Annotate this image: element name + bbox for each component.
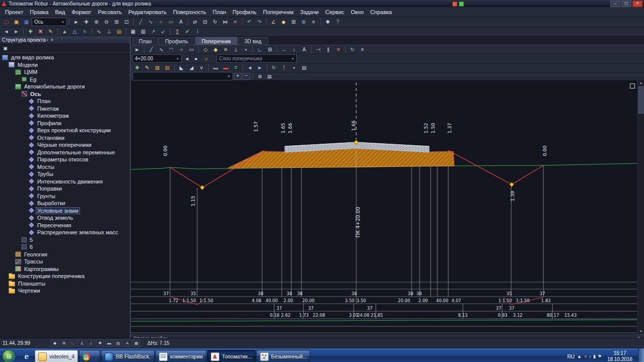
tree-item-29[interactable]: Трассы [0,258,130,265]
topomatic-button[interactable]: Топоматик... [207,350,256,362]
tree-item-24[interactable]: Пересечения [0,222,130,229]
surface-icon[interactable]: ▲ [60,27,69,36]
tree-item-16[interactable]: Мосты [0,163,130,171]
tree-item-9[interactable]: Километраж [0,112,130,120]
annotate-status-icon[interactable]: A [123,339,131,347]
cross-section-icon[interactable]: ⊥ [104,27,114,36]
capture-status-icon[interactable]: ▦ [132,339,140,347]
ortho-status-icon[interactable]: ∟ [69,339,77,347]
tree-item-22[interactable]: Условные знаки [0,207,130,215]
menu-item-8[interactable]: План [210,8,229,16]
layers-icon[interactable]: ≣ [299,18,308,26]
trim-icon[interactable]: ⊣ [313,45,323,54]
paint-button[interactable]: Безымянный... [257,350,310,362]
section-select-combo[interactable]: ▼ [132,72,233,80]
road-model-icon[interactable]: ▤ [114,27,124,36]
pan-icon[interactable]: ✚ [82,18,91,26]
zoom-window-icon[interactable]: ⊞ [112,18,121,26]
tree-item-31[interactable]: Конструкции поперечника [0,273,130,280]
volume-icon[interactable]: ♪ [589,354,591,359]
zoom-extents-icon[interactable]: ⊡ [122,18,131,26]
ditch-icon[interactable]: ∨ [197,63,206,72]
zoom-out-icon[interactable]: ⊖ [102,18,111,26]
hidden-icons-arrow[interactable]: ▲ [577,354,582,359]
close-panel-icon[interactable]: ✕ [49,38,55,42]
prev-picket-icon[interactable]: ◄ [2,27,11,36]
tree-item-20[interactable]: Грунты [0,193,130,200]
scroll-down-icon[interactable]: ▼ [639,329,642,334]
circle-tool-icon[interactable]: ○ [177,45,186,54]
tree-item-10[interactable]: Профили [0,120,130,127]
properties-icon[interactable]: ≡ [309,18,318,26]
import-icon[interactable]: ↙ [158,27,168,36]
tree-item-30[interactable]: Картограммы [0,265,130,273]
print-section-icon[interactable]: ▤ [299,63,309,72]
slope-left-icon[interactable]: ◣ [177,63,186,72]
snap-status-icon[interactable]: ◆ [51,339,59,347]
show-desktop-button[interactable] [638,348,644,362]
pin-icon[interactable]: ▪ [46,38,49,42]
snap-endpoint-icon[interactable]: ◇ [201,45,210,54]
ie-quicklaunch-button[interactable]: e [19,350,34,362]
lineweight-status-icon[interactable]: ▬ [105,339,113,347]
delete-point-icon[interactable]: ✖ [36,27,45,36]
tab-4[interactable]: 3D вид [238,37,268,45]
triangulation-icon[interactable]: △ [70,27,79,36]
close-button[interactable]: ✕ [632,1,642,7]
section-errors-icon[interactable]: ! [279,63,289,72]
arc-tool-icon[interactable]: ◠ [167,45,176,54]
tab-1[interactable]: План [132,37,158,45]
next-picket-icon[interactable]: ► [12,27,21,36]
hatch-icon[interactable]: ▨ [152,63,162,72]
tree-item-4[interactable]: Eg [0,76,130,83]
tree-item-28[interactable]: Геология [0,251,130,258]
start-button[interactable]: ⊞ [2,349,16,362]
tree-item-1[interactable]: для видо ролика [0,54,130,61]
help-icon[interactable]: ? [333,18,343,26]
black-profile-icon[interactable]: ▬ [211,63,220,72]
fit-view-icon[interactable]: ⊞ [256,72,264,80]
dyn-input-status-icon[interactable]: ✚ [96,339,104,347]
redo-icon[interactable]: ↷ [255,18,264,26]
canvas-vscrollbar[interactable]: ▲ ▼ [637,80,644,334]
network-icon[interactable]: ▮ [593,354,596,359]
menu-item-7[interactable]: Поверхность [170,8,209,16]
zoom-in-button[interactable]: + [234,73,242,80]
ortho-icon[interactable]: ∟ [255,45,265,54]
videoles-folder-button[interactable]: videoles_4 [35,350,78,362]
text-tool-icon[interactable]: A [299,45,309,54]
chrome-button[interactable] [79,350,100,362]
language-indicator[interactable]: RU [568,354,575,359]
menu-item-13[interactable]: Окно [348,8,367,16]
mirror-icon[interactable]: ⋈ [220,18,230,26]
maximize-button[interactable]: ▢ [621,1,631,7]
open-icon[interactable]: ▣ [12,18,21,26]
menu-item-9[interactable]: Профиль [229,8,260,16]
menu-item-6[interactable]: Редактировать [125,8,170,16]
dim-vertical-icon[interactable]: ↕ [289,45,299,54]
undo-icon[interactable]: ↶ [245,18,254,26]
rect-tool-icon[interactable]: ▭ [187,45,196,54]
draw-text-icon[interactable]: A [176,18,186,26]
info-icon[interactable]: i [193,27,202,36]
menu-item-14[interactable]: Справка [367,8,395,16]
menu-item-2[interactable]: Правка [27,8,51,16]
menu-item-12[interactable]: Сервис [323,8,348,16]
draw-circle-icon[interactable]: ○ [156,18,166,26]
tree-view-icon[interactable]: ▣ [1,45,10,52]
add-element-icon[interactable]: ✚ [132,63,142,72]
calc-icon[interactable]: ∑ [173,27,182,36]
edit-element-icon[interactable]: ✎ [142,63,152,72]
tree-item-14[interactable]: Дополнительные переменные [0,149,130,156]
comments-button[interactable]: комментарии [155,350,206,362]
material-icon[interactable]: ▧ [163,63,172,72]
report-icon[interactable]: ▥ [138,27,148,36]
tree-item-17[interactable]: Трубы [0,170,130,178]
snap-intersection-icon[interactable]: ✕ [221,45,230,54]
menu-item-10[interactable]: Поперечник [260,8,297,16]
copy-icon[interactable]: ⊟ [200,18,210,26]
tree-item-32[interactable]: Планшеты [0,280,130,288]
contours-icon[interactable]: ≈ [80,27,90,36]
tree-item-11[interactable]: Верх проектной конструкции [0,127,130,134]
tree-item-25[interactable]: Распределение земляных масс [0,229,130,236]
